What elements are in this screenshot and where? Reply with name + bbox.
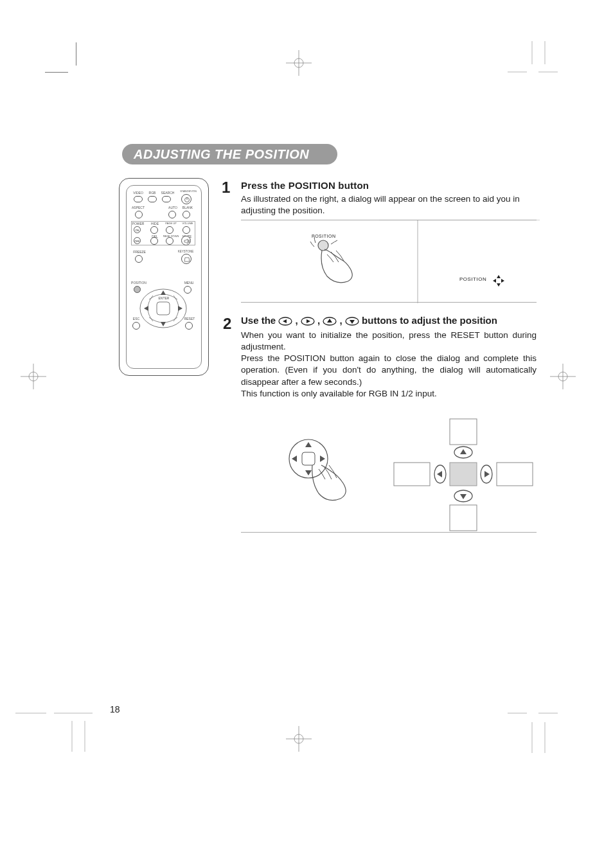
press-dpad-illustration [270, 429, 373, 513]
sep: , [315, 315, 323, 326]
screen-position-label: POSITION [459, 276, 486, 282]
keystone-button [181, 254, 191, 264]
mute-button [181, 236, 191, 245]
svg-marker-60 [437, 471, 442, 477]
remote-button [166, 237, 173, 245]
step-number: 2 [223, 315, 231, 333]
step-body-3: This function is only available for RGB … [241, 388, 537, 400]
remote-button [150, 226, 158, 234]
step-body: As illustrated on the right, a dialog wi… [241, 193, 537, 217]
btn-label: AUTO [167, 206, 179, 209]
btn-label: BLANK [181, 206, 194, 209]
remote-control-illustration: VIDEO RGB SEARCH STANDBY/ON ASPECT AUTO … [119, 178, 209, 376]
btn-label: FREEZE [132, 251, 147, 254]
svg-marker-51 [305, 442, 312, 447]
screen-dialog-illustration [379, 220, 540, 303]
svg-marker-42 [283, 319, 287, 323]
head-post: buttons to adjust the position [362, 315, 497, 326]
sep: , [337, 315, 345, 326]
btn-label: RGB [147, 191, 158, 195]
svg-point-34 [318, 240, 328, 251]
remote-button [134, 196, 143, 202]
svg-marker-46 [327, 319, 332, 323]
step-body-1: When you want to initialize the position… [241, 330, 537, 353]
registration-mark-icon [21, 364, 46, 389]
divider [241, 532, 537, 533]
remote-button [135, 211, 143, 218]
btn-label: POWER [131, 222, 145, 226]
position-grid-illustration [389, 416, 537, 532]
illus-label: POSITION [312, 234, 335, 238]
remote-button [148, 196, 157, 202]
step-2: Use the , , , buttons to adjust the posi… [241, 315, 537, 400]
svg-rect-29 [157, 302, 170, 315]
remote-button [168, 211, 176, 218]
remote-button [166, 226, 173, 234]
btn-label: ASPECT [131, 206, 145, 209]
up-button-icon [323, 317, 337, 326]
page-number: 18 [110, 704, 120, 714]
svg-rect-61 [450, 463, 477, 486]
left-button-icon [278, 317, 292, 326]
svg-marker-66 [460, 494, 466, 499]
btn-label: HIDE [149, 222, 161, 226]
svg-rect-67 [450, 505, 477, 531]
svg-marker-44 [306, 319, 310, 323]
svg-marker-37 [497, 275, 501, 278]
btn-label: KEYSTONE [176, 251, 195, 254]
remote-button [182, 226, 190, 234]
step-heading: Press the POSITION button [241, 180, 537, 191]
step-heading: Use the , , , buttons to adjust the posi… [241, 315, 537, 327]
remote-button [162, 196, 171, 202]
btn-label: RESET [182, 317, 197, 321]
svg-marker-39 [493, 279, 496, 283]
reset-button [185, 322, 193, 330]
svg-marker-63 [484, 471, 490, 477]
position-arrows-icon [492, 274, 506, 288]
remote-button [181, 194, 191, 204]
svg-rect-55 [450, 419, 477, 445]
remote-button: OFF [134, 237, 141, 244]
remote-button: ON [134, 226, 141, 233]
svg-marker-38 [497, 283, 501, 287]
svg-marker-40 [501, 279, 504, 283]
remote-button [150, 237, 158, 245]
svg-marker-48 [350, 320, 355, 324]
right-button-icon [301, 317, 315, 326]
step-body-2: Press the POSITION button again to close… [241, 353, 537, 388]
down-button-icon [345, 317, 359, 326]
step-1: Press the POSITION button As illustrated… [241, 180, 537, 217]
svg-rect-64 [497, 463, 533, 486]
remote-button [135, 255, 143, 263]
svg-marker-54 [320, 456, 325, 462]
btn-label: PAGE UP [163, 222, 179, 225]
btn-label: VOLUME [180, 222, 195, 225]
step-number: 1 [222, 179, 230, 197]
btn-label: SEARCH [161, 191, 175, 195]
page-content: ADJUSTING THE POSITION VIDEO RGB SEARCH … [48, 39, 565, 829]
btn-label: STANDBY/ON [179, 190, 198, 193]
svg-marker-53 [292, 456, 297, 462]
divider [241, 302, 537, 303]
svg-rect-50 [302, 452, 315, 465]
btn-label: VIDEO [132, 191, 144, 195]
btn-label: ESC [131, 317, 141, 321]
svg-rect-58 [394, 463, 430, 486]
dpad-icon [139, 284, 188, 333]
press-position-illustration: POSITION [286, 231, 389, 289]
remote-button [182, 211, 190, 218]
head-pre: Use the [241, 315, 278, 326]
section-title: ADJUSTING THE POSITION [122, 144, 337, 164]
esc-button [132, 322, 140, 330]
svg-marker-57 [460, 449, 466, 454]
sep: , [292, 315, 301, 326]
svg-marker-52 [305, 470, 312, 475]
